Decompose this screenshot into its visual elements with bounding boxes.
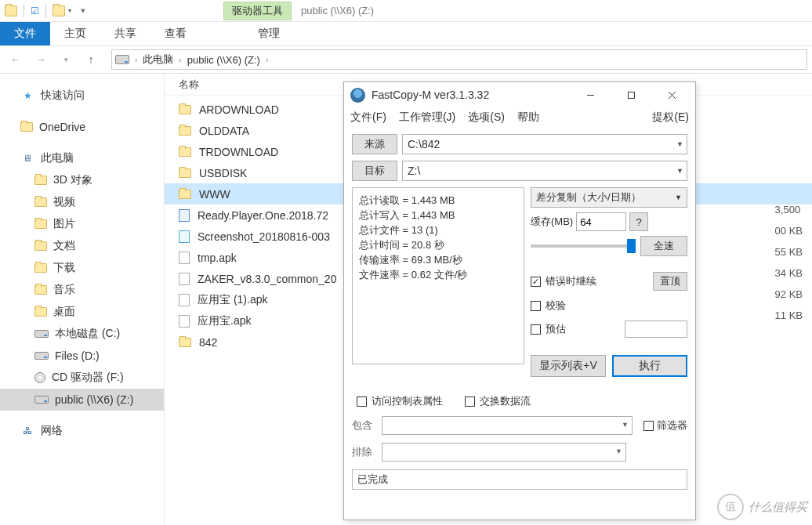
chevron-right-icon[interactable]: › (263, 56, 270, 64)
menu-help[interactable]: 帮助 (517, 110, 539, 125)
qat-dropdown-icon[interactable]: ▾ (68, 7, 71, 14)
sidebar-item-drive-z[interactable]: public (\\X6) (Z:) (0, 389, 164, 411)
drive-tools-tab[interactable]: 驱动器工具 (223, 2, 292, 20)
watermark-text: 什么值得买 (749, 500, 807, 515)
acl-checkbox[interactable] (357, 396, 367, 407)
sidebar-item-videos[interactable]: 视频 (0, 191, 164, 213)
continue-on-error-checkbox[interactable] (531, 277, 541, 287)
menu-auth[interactable]: 提权(E) (652, 110, 689, 125)
buffer-input[interactable] (576, 212, 626, 231)
folder-icon (53, 5, 65, 16)
file-icon (179, 294, 190, 306)
maximize-button[interactable] (614, 83, 648, 107)
fullspeed-button[interactable]: 全速 (640, 236, 687, 256)
verify-label: 校验 (546, 299, 566, 313)
sidebar-item-drive-c[interactable]: 本地磁盘 (C:) (0, 323, 164, 345)
estimate-input[interactable] (625, 320, 687, 338)
tab-manage[interactable]: 管理 (241, 22, 296, 45)
sidebar-item-drive-f[interactable]: CD 驱动器 (F:) (0, 367, 164, 389)
dest-input[interactable]: Z:\▼ (402, 161, 687, 181)
help-button[interactable]: ? (629, 212, 648, 231)
tab-home[interactable]: 主页 (50, 22, 100, 45)
status-box: 已完成 (352, 469, 687, 490)
quick-access-toolbar: ☑ ▾ ▾ (0, 4, 90, 18)
app-folder-icon (5, 5, 17, 16)
back-button[interactable]: ← (5, 49, 27, 71)
execute-button[interactable]: 执行 (612, 355, 687, 377)
minimize-button[interactable] (573, 83, 607, 107)
slider-thumb[interactable] (627, 239, 636, 253)
sidebar-label: 文档 (53, 239, 75, 253)
breadcrumb-root[interactable]: 此电脑 (143, 52, 173, 67)
speed-slider[interactable] (531, 244, 636, 248)
breadcrumb-current[interactable]: public (\\X6) (Z:) (187, 54, 260, 66)
size-column-fragment: 3,50000 KB55 KB34 KB92 KB11 KB (775, 199, 803, 326)
sidebar-item-desktop[interactable]: 桌面 (0, 301, 164, 323)
stat-frate: 文件速率 = 0.62 文件/秒 (359, 267, 517, 282)
acl-label: 访问控制表属性 (372, 394, 443, 408)
sidebar-item-drive-d[interactable]: Files (D:) (0, 345, 164, 367)
menu-options[interactable]: 选项(S) (468, 110, 505, 125)
file-name: TRDOWNLOAD (199, 146, 278, 158)
source-button[interactable]: 来源 (352, 134, 397, 154)
size-value: 3,500 (775, 199, 803, 220)
sidebar-item-3d[interactable]: 3D 对象 (0, 169, 164, 191)
source-input[interactable]: C:\842▼ (402, 134, 687, 154)
exclude-combo[interactable]: ▼ (382, 443, 626, 462)
overflow-icon[interactable]: ▾ (81, 5, 85, 16)
sidebar-item-documents[interactable]: 文档 (0, 235, 164, 257)
sidebar-label: public (\\X6) (Z:) (55, 393, 133, 406)
tab-share[interactable]: 共享 (100, 22, 150, 45)
right-panel: 差分复制（大小/日期）▼ 缓存(MB) ? 全速 错误时继续 置顶 (531, 187, 687, 377)
size-value: 00 KB (775, 220, 803, 241)
estimate-label: 预估 (546, 322, 566, 336)
sidebar-item-pictures[interactable]: 图片 (0, 213, 164, 235)
folder-icon (34, 241, 47, 251)
stat-rate: 传输速率 = 69.3 MB/秒 (359, 252, 517, 267)
tab-view[interactable]: 查看 (150, 22, 201, 45)
close-button[interactable] (654, 83, 689, 107)
star-icon: ★ (20, 89, 34, 102)
menu-job[interactable]: 工作管理(J) (399, 110, 455, 125)
dest-button[interactable]: 目标 (352, 161, 397, 181)
sidebar-onedrive[interactable]: OneDrive (0, 116, 164, 138)
showlist-button[interactable]: 显示列表+V (531, 355, 606, 377)
topmost-button[interactable]: 置顶 (653, 272, 687, 291)
watermark-badge-icon: 值 (717, 494, 744, 520)
recent-dropdown[interactable]: ▾ (55, 49, 77, 71)
chevron-down-icon: ▼ (615, 447, 622, 455)
copy-mode-select[interactable]: 差分复制（大小/日期）▼ (531, 187, 687, 208)
chevron-right-icon[interactable]: › (132, 56, 140, 64)
include-combo[interactable]: ▼ (382, 416, 633, 435)
chevron-down-icon[interactable]: ▼ (676, 167, 683, 175)
checkbox-icon[interactable]: ☑ (31, 5, 39, 16)
folder-icon (179, 105, 191, 114)
chevron-right-icon[interactable]: › (176, 56, 183, 64)
sidebar-this-pc[interactable]: 🖥此电脑 (0, 147, 164, 169)
tab-file[interactable]: 文件 (0, 22, 50, 45)
dialog-titlebar[interactable]: FastCopy-M ver3.1.3.32 (344, 82, 695, 107)
chevron-down-icon: ▼ (622, 421, 629, 429)
file-name: ARDOWNLOAD (199, 103, 279, 116)
menu-file[interactable]: 文件(F) (350, 110, 386, 125)
estimate-checkbox[interactable] (531, 324, 541, 335)
up-button[interactable]: ↑ (80, 49, 102, 71)
chevron-down-icon[interactable]: ▼ (676, 140, 683, 148)
folder-icon (179, 338, 191, 347)
sidebar-quick-access[interactable]: ★快速访问 (0, 85, 164, 107)
file-icon (179, 252, 190, 264)
sidebar-label: Files (D:) (55, 349, 100, 362)
address-bar[interactable]: › 此电脑 › public (\\X6) (Z:) › (111, 49, 807, 70)
sidebar-item-downloads[interactable]: 下载 (0, 257, 164, 279)
sidebar-label: CD 驱动器 (F:) (52, 371, 124, 385)
file-name: WWW (199, 188, 230, 201)
sidebar-network[interactable]: 🖧网络 (0, 420, 164, 442)
file-name: USBDISK (199, 167, 247, 179)
filter-checkbox[interactable] (643, 421, 654, 431)
ads-checkbox[interactable] (465, 396, 475, 407)
file-name: OLDDATA (199, 125, 249, 137)
sidebar-item-music[interactable]: 音乐 (0, 279, 164, 301)
drive-icon (34, 352, 49, 360)
verify-checkbox[interactable] (531, 301, 541, 311)
forward-button[interactable]: → (30, 49, 52, 71)
